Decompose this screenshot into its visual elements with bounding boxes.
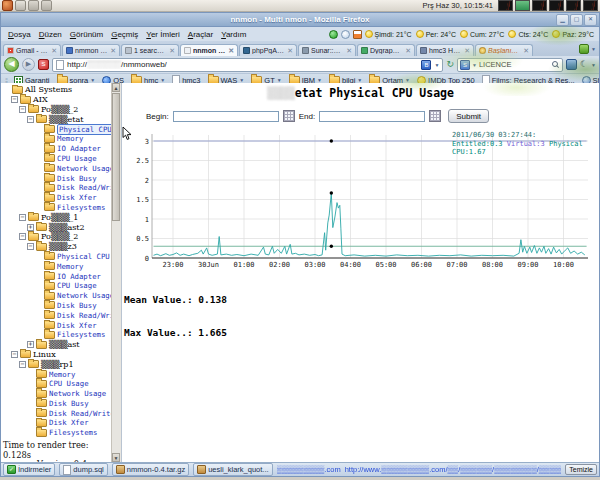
tree-item-disk-xfer[interactable]: −Disk Xfer: [1, 320, 121, 330]
collapse-icon[interactable]: −: [11, 351, 18, 358]
tab-phppgad[interactable]: phpPgAd...✕: [239, 44, 297, 56]
tree-item-cpu-usage[interactable]: −CPU Usage: [1, 281, 121, 291]
collapse-icon[interactable]: −: [19, 361, 26, 368]
toolbar-overflow-chevron-icon[interactable]: ▼: [591, 62, 596, 68]
search-engine-chevron-icon[interactable]: ▼: [472, 62, 477, 68]
back-button[interactable]: ◀: [4, 57, 19, 72]
tab-1-search-r[interactable]: 1 search r...✕: [121, 44, 179, 56]
menu-ara-lar[interactable]: Araçlar: [184, 29, 217, 40]
tree-item-physical-cpu[interactable]: −Physical CPU: [1, 124, 121, 134]
menu-yer-i-mleri[interactable]: Yer İmleri: [142, 29, 184, 40]
downloads-button[interactable]: ✓ İndirmeler: [3, 463, 55, 476]
reload-icon[interactable]: ↻: [446, 60, 454, 69]
tree-item-io-adapter[interactable]: −IO Adapter: [1, 144, 121, 154]
addon-icon[interactable]: [566, 59, 577, 70]
tab-close-icon[interactable]: ✕: [346, 47, 352, 55]
weather-calendar-icon[interactable]: [353, 30, 362, 39]
begin-input[interactable]: [173, 111, 279, 122]
end-calendar-icon[interactable]: [429, 110, 441, 122]
end-input[interactable]: [319, 111, 425, 122]
tab-list-chevron-icon[interactable]: ▼: [591, 46, 596, 52]
tree-item-ast[interactable]: +▒▒▒ast: [1, 340, 121, 350]
search-input[interactable]: LICENCE: [479, 60, 550, 69]
clear-downloads-button[interactable]: Temizle: [565, 464, 597, 475]
collapse-icon[interactable]: −: [19, 233, 26, 240]
search-engine-icon[interactable]: S: [460, 60, 470, 70]
tree-item-rp1[interactable]: −▒▒▒rp1: [1, 359, 121, 369]
workspace-thumbnail-3[interactable]: [532, 0, 547, 11]
menu-d-zen[interactable]: Düzen: [35, 29, 66, 40]
collapse-icon[interactable]: −: [19, 106, 26, 113]
tab-gmail-ta[interactable]: Gmail - Ta...✕: [3, 44, 61, 56]
clock[interactable]: Prş Haz 30, 10:15:41: [423, 1, 496, 10]
expand-icon[interactable]: +: [27, 224, 34, 231]
tree-item-network-usage[interactable]: −Network Usage: [1, 389, 121, 399]
tree-item-network-usage[interactable]: −Network Usage: [1, 291, 121, 301]
menu-g-r-n-m[interactable]: Görünüm: [66, 29, 107, 40]
tree-item-z3[interactable]: −▒▒▒z3: [1, 242, 121, 252]
download-nmmon-0-4-tar-gz[interactable]: nmmon-0.4.tar.gz: [112, 463, 189, 476]
search-icon[interactable]: [552, 61, 560, 69]
tree-item-disk-xfer[interactable]: −Disk Xfer: [1, 193, 121, 203]
url-dropdown-icon[interactable]: ▼: [434, 62, 439, 68]
panel-window-list-icon[interactable]: [15, 0, 26, 11]
collapse-icon[interactable]: −: [27, 243, 34, 250]
tree-item-ast2[interactable]: +▒▒▒ast2: [1, 222, 121, 232]
collapse-icon[interactable]: −: [27, 116, 34, 123]
tree-item-memory[interactable]: −Memory: [1, 134, 121, 144]
menu-dosya[interactable]: Dosya: [4, 29, 35, 40]
tree-item-disk-read-write[interactable]: −Disk Read/Write: [1, 408, 121, 418]
tree-item-physical-cpu[interactable]: −Physical CPU: [1, 252, 121, 262]
tab-close-icon[interactable]: ✕: [523, 47, 529, 55]
tree-item-aix[interactable]: −AIX: [1, 95, 121, 105]
url-text[interactable]: http://▒▒▒▒▒▒/nmmonweb/: [67, 60, 418, 69]
tab-close-icon[interactable]: ✕: [110, 47, 116, 55]
menu-ge-mi[interactable]: Geçmiş: [107, 29, 142, 40]
workspace-thumbnail-1[interactable]: [498, 0, 513, 11]
forward-button[interactable]: ▶: [22, 58, 35, 71]
workspace-thumbnail-4[interactable]: [549, 0, 564, 11]
tree-item-cpu-usage[interactable]: −CPU Usage: [1, 154, 121, 164]
minimize-button[interactable]: ▁: [556, 14, 569, 26]
status-dot-icon[interactable]: [329, 30, 338, 39]
new-tab-addon-icon[interactable]: [579, 44, 589, 54]
bookmark-icon[interactable]: B: [421, 60, 431, 70]
tree-item-disk-busy[interactable]: −Disk Busy: [1, 399, 121, 409]
tree-item-disk-busy[interactable]: −Disk Busy: [1, 173, 121, 183]
tree-item-linux[interactable]: −Linux: [1, 350, 121, 360]
close-button[interactable]: ✕: [584, 14, 597, 26]
stop-icon[interactable]: S: [38, 59, 49, 70]
collapse-icon[interactable]: −: [19, 214, 26, 221]
scroll-down-icon[interactable]: ▼: [112, 453, 120, 462]
tab-close-icon[interactable]: ✕: [405, 47, 411, 55]
tab-sunar-d[interactable]: Sunar::Dö...✕: [298, 44, 356, 56]
tree-item-disk-read-write[interactable]: −Disk Read/Write: [1, 183, 121, 193]
tab-nnmon[interactable]: nnmon - ...✕: [180, 44, 238, 56]
scroll-up-icon[interactable]: ▲: [112, 83, 120, 92]
tree-item-memory[interactable]: −Memory: [1, 369, 121, 379]
download-dump-sql[interactable]: dump.sql: [59, 463, 107, 476]
moon-icon[interactable]: ☾: [580, 60, 588, 69]
tab-close-icon[interactable]: ✕: [51, 47, 57, 55]
tree-scrollbar[interactable]: ▲ ▼: [111, 83, 121, 462]
tree-item-filesystems[interactable]: −Filesystems: [1, 428, 121, 438]
tab-close-icon[interactable]: ✕: [464, 47, 470, 55]
workspace-thumbnail-5[interactable]: [566, 0, 581, 11]
tree-item-disk-xfer[interactable]: −Disk Xfer: [1, 418, 121, 428]
tree-item-po-2[interactable]: −Po▒▒▒_2: [1, 105, 121, 115]
workspace-thumbnail-6[interactable]: [583, 0, 598, 11]
tree-item-filesystems[interactable]: −Filesystems: [1, 203, 121, 213]
tab-close-icon[interactable]: ✕: [169, 47, 175, 55]
tree-item-all-systems[interactable]: −All Systems: [1, 85, 121, 95]
tree-item-po-1[interactable]: −Po▒▒▒_1: [1, 212, 121, 222]
tree-item-cpu-usage[interactable]: −CPU Usage: [1, 379, 121, 389]
tree-item-network-usage[interactable]: −Network Usage: [1, 163, 121, 173]
download-uesli-klark-quot[interactable]: uesli_klark_quot...: [193, 463, 272, 476]
tree-item-etat[interactable]: −▒▒▒etat: [1, 114, 121, 124]
tab-hmc3-har[interactable]: hmc3 Har...✕: [416, 44, 474, 56]
begin-calendar-icon[interactable]: [283, 110, 295, 122]
tree-item-io-adapter[interactable]: −IO Adapter: [1, 271, 121, 281]
panel-launcher-icon[interactable]: [2, 0, 13, 11]
submit-button[interactable]: Submit: [448, 109, 489, 123]
tab-ba-lan-yor[interactable]: Başlanıyor...✕: [475, 44, 533, 56]
